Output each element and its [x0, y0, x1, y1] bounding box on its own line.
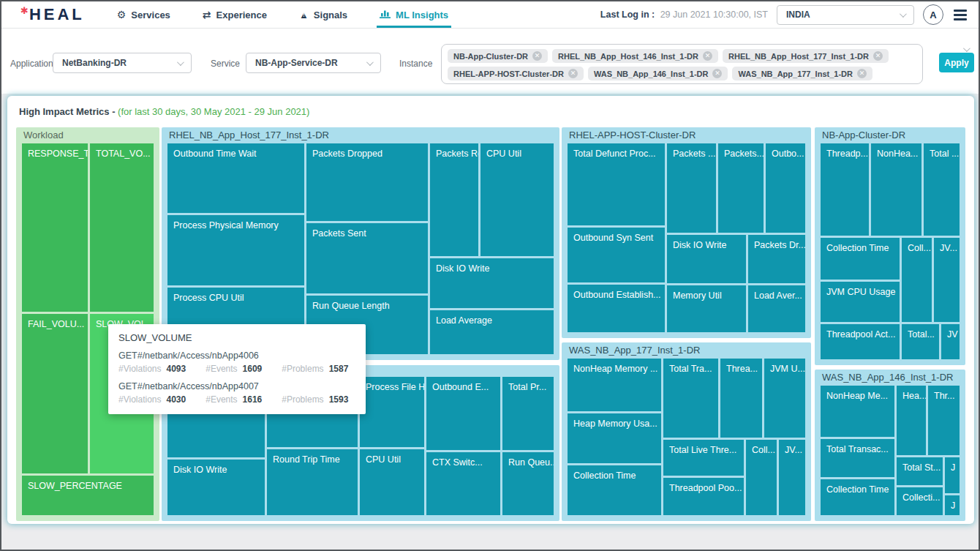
chip-remove-icon[interactable]: ✕ — [857, 69, 867, 78]
heal-logo[interactable]: ✱ HEAL — [20, 1, 85, 28]
treemap-cell-label: FAIL_VOLU... — [22, 314, 88, 334]
treemap-cell-label: Disk IO Write — [430, 258, 554, 279]
treemap-cell[interactable]: Packets Sent — [306, 223, 428, 293]
treemap-cell[interactable]: Packets... — [718, 143, 764, 233]
events-value: 1616 — [243, 394, 263, 405]
treemap-cell[interactable]: Hea... — [897, 386, 926, 455]
treemap-cell[interactable]: Total St... — [897, 457, 943, 485]
treemap-cell[interactable]: SLOW_PERCENTAGE — [22, 476, 154, 515]
treemap-cell[interactable]: Outbound E... — [426, 377, 500, 450]
treemap-cell[interactable]: Collection Time — [821, 479, 894, 515]
treemap-cell[interactable]: CPU Util — [480, 143, 554, 256]
treemap-cell[interactable]: Coll... — [902, 238, 932, 322]
treemap-cell-label: Run Queu... — [502, 452, 554, 473]
treemap-cell[interactable]: CTX Switc... — [426, 452, 500, 515]
treemap-cell[interactable]: J — [945, 457, 960, 493]
treemap-cell[interactable]: Collection Time — [568, 465, 661, 515]
treemap-cell[interactable]: CPU Util — [360, 449, 424, 515]
service-select[interactable]: NB-App-Service-DR — [246, 53, 381, 73]
nav-item-services[interactable]: ⚙ Services — [117, 1, 170, 28]
treemap-cell[interactable]: Load Average — [430, 310, 554, 354]
treemap-cell[interactable]: JVM U... — [764, 359, 805, 438]
treemap-cell[interactable]: Heap Memory Usa... — [568, 413, 661, 463]
nav-item-signals[interactable]: ▲! Signals — [299, 1, 347, 28]
treemap-cell[interactable]: Run Queu... — [502, 452, 554, 515]
navbar-right: Last Log in : 29 Jun 2021 10:30:00, IST … — [600, 1, 968, 28]
last-login-label: Last Log in : — [600, 10, 655, 20]
treemap-cell[interactable]: Disk IO Write — [167, 460, 265, 515]
treemap-cell[interactable]: Threadp... — [821, 143, 869, 236]
treemap-cell[interactable]: FAIL_VOLU... — [22, 314, 88, 473]
treemap-cell[interactable]: JV — [941, 324, 960, 359]
treemap-cell[interactable]: Total Live Thre... — [663, 440, 744, 476]
application-select[interactable]: NetBanking-DR — [53, 53, 192, 73]
application-select-value: NetBanking-DR — [62, 58, 127, 68]
gear-icon: ⚙ — [117, 10, 127, 20]
treemap-cell[interactable]: Threa... — [720, 359, 762, 438]
treemap-cell-label: NonHeap Me... — [821, 386, 894, 406]
treemap-cell[interactable]: NonHea... — [871, 143, 921, 236]
treemap-cell[interactable]: Disk IO Write — [430, 258, 554, 308]
treemap-cell[interactable]: Coll... — [746, 440, 777, 515]
chip-remove-icon[interactable]: ✕ — [703, 51, 712, 61]
chevron-down-icon[interactable] — [963, 45, 970, 52]
treemap-cell[interactable]: Outbo... — [766, 143, 805, 233]
treemap-cell[interactable]: Collecti... — [897, 487, 943, 515]
region-selector[interactable]: INDIA — [777, 5, 914, 25]
treemap-cell[interactable]: J — [945, 495, 960, 515]
treemap-cell[interactable]: Outbound Syn Sent — [568, 228, 665, 282]
chip-remove-icon[interactable]: ✕ — [712, 69, 722, 78]
treemap-cell[interactable]: Load Aver... — [748, 285, 805, 332]
treemap-cell[interactable]: Total Defunct Proc... — [568, 143, 665, 225]
treemap-cell[interactable]: Packets ... — [667, 143, 716, 233]
treemap-cell[interactable]: Disk IO Write — [667, 235, 746, 283]
avatar-letter: A — [930, 10, 936, 20]
treemap-cell[interactable]: JV... — [779, 440, 805, 515]
treemap-cell[interactable]: Threadpool Poo... — [663, 478, 744, 515]
treemap-group-rhel-app-host-cluster-dr: RHEL-APP-HOST-Cluster-DRTotal Defunct Pr… — [562, 127, 811, 338]
treemap-cell[interactable]: Total Pr... — [502, 377, 554, 450]
treemap-cell[interactable]: Packets Rec... — [430, 143, 478, 256]
treemap-cell-label: CTX Switc... — [426, 452, 500, 473]
treemap-group-title: WAS_NB_App_146_Inst_1-DR — [815, 370, 965, 383]
treemap-cell[interactable]: Packets Dr... — [748, 235, 805, 283]
apply-button[interactable]: Apply — [939, 53, 974, 72]
chip-remove-icon[interactable]: ✕ — [568, 69, 578, 78]
chip-remove-icon[interactable]: ✕ — [873, 51, 883, 61]
treemap-cell-label: Total Live Thre... — [663, 440, 744, 460]
chip-label: WAS_NB_App_177_Inst_1-DR — [738, 70, 853, 78]
treemap-cell[interactable]: JVM CPU Usage — [821, 282, 900, 322]
treemap-cell[interactable]: JV... — [934, 238, 960, 322]
treemap-cell[interactable]: Threadpool Act... — [821, 324, 900, 359]
treemap-cell[interactable]: Total Transac... — [821, 439, 894, 477]
treemap-cell[interactable]: Memory Util — [667, 285, 746, 332]
nav-item-ml-insights[interactable]: ML Insights — [380, 1, 448, 28]
events-value: 1609 — [243, 364, 263, 374]
avatar[interactable]: A — [923, 4, 943, 25]
treemap-cell[interactable]: RESPONSE_T... — [22, 143, 88, 312]
treemap-cell[interactable]: TOTAL_VO... — [90, 143, 154, 312]
bar-chart-icon — [380, 10, 391, 20]
panel-title-range: (for last 30 days, 30 May 2021 - 29 Jun … — [118, 106, 309, 117]
treemap-cell[interactable]: Total... — [902, 324, 939, 359]
hamburger-menu-icon[interactable] — [952, 7, 968, 23]
chip-remove-icon[interactable]: ✕ — [532, 51, 542, 61]
treemap-cell[interactable]: Outbound Time Wait — [167, 143, 304, 213]
region-selector-value: INDIA — [786, 10, 810, 20]
treemap-cell[interactable]: Process File H... — [360, 377, 424, 447]
treemap-cell[interactable]: Packets Dropped — [306, 143, 428, 221]
treemap-cell[interactable]: Thr... — [928, 386, 960, 455]
treemap-cell-label: Threadpool Act... — [821, 324, 900, 345]
instance-multiselect[interactable]: NB-App-Cluster-DR ✕ RHEL_NB_App_Host_146… — [441, 44, 923, 84]
nav-item-experience[interactable]: ⇄ Experience — [203, 1, 267, 28]
treemap-cell[interactable]: Total ... — [924, 143, 960, 236]
treemap-cell[interactable]: Process Physical Memory — [167, 215, 304, 285]
treemap-cell-label: Outbo... — [766, 143, 805, 164]
treemap-cell[interactable]: Collection Time — [821, 238, 900, 280]
treemap-cell[interactable]: NonHeap Me... — [821, 386, 894, 437]
treemap-cell[interactable]: Round Trip Time — [267, 449, 358, 515]
treemap-cell[interactable]: Outbound Establish... — [568, 285, 665, 332]
treemap-cell[interactable]: Total Tra... — [663, 359, 718, 438]
treemap-cell[interactable]: NonHeap Memory ... — [568, 359, 661, 411]
tooltip-title: SLOW_VOLUME — [118, 332, 355, 343]
